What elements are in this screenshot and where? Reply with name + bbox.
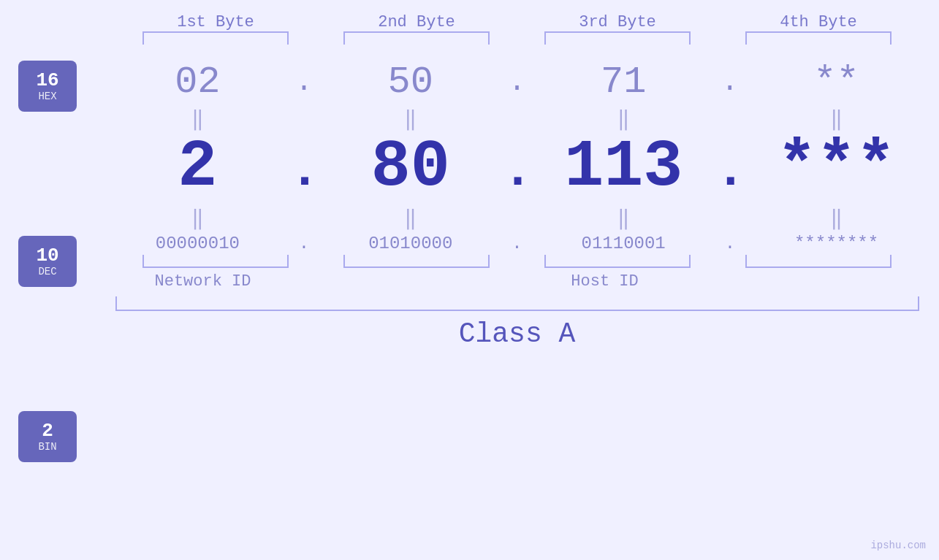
byte-labels-row: 1st Byte 2nd Byte 3rd Byte 4th Byte	[115, 13, 919, 31]
eq1: ‖	[124, 107, 270, 131]
bin-byte2: 01010000	[338, 234, 484, 253]
eq6: ‖	[338, 206, 484, 231]
eq-row1: ‖ ‖ ‖ ‖	[115, 107, 919, 131]
eq3: ‖	[550, 107, 696, 131]
dec-badge-label: DEC	[38, 266, 56, 277]
bracket-1	[142, 31, 289, 45]
bottom-bracket-row	[115, 255, 919, 269]
dec-byte4: ***	[764, 134, 910, 200]
dec-badge: 10 DEC	[18, 236, 77, 287]
bin-badge-label: BIN	[38, 441, 56, 453]
dec-byte1: 2	[124, 134, 270, 200]
bin-byte1: 00000010	[124, 234, 270, 253]
badges-column: 16 HEX 10 DEC 2 BIN	[0, 61, 95, 462]
host-id-label: Host ID	[291, 272, 919, 291]
watermark: ipshu.com	[870, 540, 926, 551]
byte1-label: 1st Byte	[142, 13, 289, 31]
eq-row2: ‖ ‖ ‖ ‖	[115, 206, 919, 231]
bin-row: 00000010 . 01010000 . 01110001 . *******…	[115, 234, 919, 253]
eq2: ‖	[338, 107, 484, 131]
bin-dot3: .	[715, 234, 745, 253]
hex-byte4: **	[764, 61, 910, 104]
dec-dot3: .	[715, 142, 745, 200]
hex-dot3: .	[715, 66, 745, 99]
hex-row: 02 . 50 . 71 . **	[115, 61, 919, 104]
hex-badge: 16 HEX	[18, 61, 77, 112]
eq8: ‖	[764, 206, 910, 231]
dec-badge-num: 10	[36, 245, 58, 266]
network-id-label: Network ID	[115, 272, 291, 291]
hex-badge-num: 16	[36, 70, 58, 91]
bin-badge: 2 BIN	[18, 411, 77, 462]
dec-dot1: .	[289, 142, 319, 200]
eq7: ‖	[550, 206, 696, 231]
big-bracket	[115, 296, 919, 311]
eq5: ‖	[124, 206, 270, 231]
hex-dot1: .	[289, 66, 319, 99]
hex-badge-label: HEX	[38, 91, 56, 102]
bin-byte4: ********	[764, 234, 910, 253]
bracket-4	[745, 31, 892, 45]
byte2-label: 2nd Byte	[343, 13, 490, 31]
hex-dot2: .	[502, 66, 531, 99]
byte3-label: 3rd Byte	[544, 13, 691, 31]
bin-dot2: .	[502, 234, 531, 253]
bot-bracket-4	[745, 255, 892, 268]
hex-byte3: 71	[550, 61, 696, 104]
byte4-label: 4th Byte	[745, 13, 892, 31]
id-labels-row: Network ID Host ID	[115, 272, 919, 291]
dec-dot2: .	[502, 142, 531, 200]
bin-badge-num: 2	[42, 421, 53, 442]
class-label: Class A	[459, 318, 576, 350]
bin-byte3: 01110001	[550, 234, 696, 253]
top-bracket-row	[115, 31, 919, 46]
bot-bracket-2	[343, 255, 490, 268]
dec-row: 2 . 80 . 113 . ***	[115, 134, 919, 200]
dec-byte3: 113	[550, 134, 696, 200]
bracket-2	[343, 31, 490, 45]
eq4: ‖	[764, 107, 910, 131]
dec-byte2: 80	[338, 134, 484, 200]
bot-bracket-3	[544, 255, 691, 268]
bot-bracket-1	[142, 255, 289, 268]
hex-byte2: 50	[338, 61, 484, 104]
hex-byte1: 02	[124, 61, 270, 104]
main-container: 1st Byte 2nd Byte 3rd Byte 4th Byte 16 H…	[0, 0, 939, 560]
bracket-3	[544, 31, 691, 45]
bin-dot1: .	[289, 234, 319, 253]
